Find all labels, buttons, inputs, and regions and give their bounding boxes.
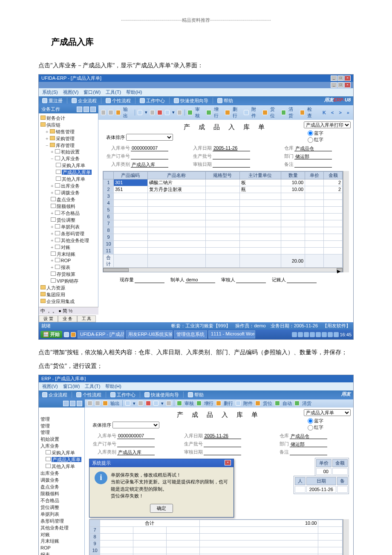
column-header[interactable]: 主计量单位 — [239, 171, 281, 179]
tree-node[interactable]: + 初始设置 — [40, 149, 97, 156]
table-row[interactable]: 2351复方丹参注射液瓶10.002 — [104, 186, 343, 193]
tray-icon[interactable] — [328, 332, 333, 337]
delrow-icon[interactable] — [216, 401, 221, 406]
tray-icon[interactable] — [310, 332, 315, 337]
tree-node[interactable]: 存货核算 — [40, 271, 97, 278]
quick-launch-icon-2[interactable] — [71, 332, 76, 337]
auto-icon[interactable] — [275, 401, 280, 406]
menu-item[interactable]: 帮助(H) — [105, 383, 121, 390]
tree-node[interactable]: 管理 — [40, 429, 84, 436]
template-select[interactable]: 产成品入库单打印模版 — [304, 121, 351, 128]
nav-tree[interactable]: 财务会计供应链+ 销售管理+ 采购管理− 库存管理+ 初始设置− 入库业务采购入… — [39, 113, 98, 307]
output-button[interactable]: 输出 — [110, 400, 120, 407]
vscrollbar[interactable] — [343, 171, 349, 272]
sort-select[interactable] — [126, 134, 173, 141]
tree-footer-tab[interactable]: 业 务 — [58, 315, 77, 322]
tree-node[interactable]: + 单据列表 — [40, 224, 97, 231]
tray-icon[interactable] — [304, 332, 309, 337]
tree-node[interactable]: 企业应用集成 — [40, 298, 97, 305]
tree-open-icon[interactable] — [70, 401, 75, 406]
table-row[interactable]: 3 — [104, 193, 343, 199]
mdi-minimize-button[interactable]: _ — [331, 82, 337, 88]
preview-icon[interactable] — [95, 401, 100, 406]
ribbon-item[interactable]: 帮助 — [217, 98, 233, 104]
check-icon[interactable] — [300, 110, 305, 115]
dept-value[interactable]: 储运部 — [290, 441, 327, 447]
slot-icon[interactable] — [255, 401, 260, 406]
dialog-ok-button[interactable]: 确定 — [150, 504, 173, 513]
more-button[interactable]: » — [346, 110, 351, 115]
clear-button[interactable]: 清货 — [302, 400, 311, 407]
system-tray[interactable]: 16:45 — [292, 332, 352, 337]
sort-select-2[interactable] — [112, 422, 159, 428]
menu-item[interactable]: 窗口(W) — [84, 89, 101, 95]
table-row[interactable]: 5 — [104, 206, 343, 213]
addrow-button[interactable]: 增行 — [204, 400, 213, 407]
table-row[interactable]: 1301磷酸二钠片板10.002 — [104, 179, 343, 186]
output-button[interactable]: 输出 — [123, 106, 132, 119]
ribbon-item[interactable]: 工作中心 — [110, 392, 135, 398]
menu-item[interactable]: 工具(T) — [106, 89, 121, 95]
tree-node[interactable]: 集团应用 — [40, 292, 97, 298]
menu-item[interactable]: 系统(S) — [42, 89, 58, 95]
close-button[interactable]: × — [344, 75, 351, 81]
quick-launch-icon[interactable] — [64, 332, 69, 337]
tree-node[interactable]: 管理 — [40, 423, 84, 430]
auditdate-value[interactable] — [204, 449, 241, 455]
addrow-button[interactable]: 增行 — [214, 106, 223, 119]
tree-node[interactable]: 其他入库单 — [40, 463, 84, 470]
tree-node[interactable]: 货位调整 — [40, 504, 84, 511]
addrow-icon[interactable] — [196, 401, 202, 406]
tray-icon[interactable] — [316, 332, 321, 337]
tree-node[interactable]: ROP — [40, 545, 84, 552]
tree-node[interactable]: 月末结账 — [40, 538, 84, 545]
add-icon[interactable] — [125, 401, 130, 406]
taskbar-item[interactable]: 1111 - Microsoft Word — [208, 330, 255, 338]
tree-node[interactable]: + 其他业务处理 — [40, 237, 97, 244]
delete-icon[interactable] — [157, 110, 162, 115]
tree-node[interactable]: + 采购管理 — [40, 136, 97, 142]
tree-node[interactable]: 产成品入库单 — [40, 169, 97, 176]
print-icon[interactable] — [87, 401, 92, 406]
delrow-icon[interactable] — [225, 110, 230, 115]
cancel-icon[interactable] — [166, 401, 171, 406]
tree-node[interactable]: 盘点业务 — [40, 197, 97, 203]
export-icon[interactable] — [116, 110, 121, 115]
ribbon-item[interactable]: 企业流程 — [42, 392, 67, 398]
tree-node[interactable]: 月末结账 — [40, 251, 97, 258]
radio-red[interactable]: 红字 — [308, 136, 323, 143]
tree-node[interactable]: 其他业务处理 — [40, 525, 84, 532]
menu-item[interactable]: 窗口(W) — [63, 383, 80, 390]
taskbar-item[interactable]: 用友ERP-U8系统实验… — [126, 330, 173, 338]
preview-icon[interactable] — [108, 110, 113, 115]
audit-icon[interactable] — [177, 401, 182, 406]
delrow-button[interactable]: 删行 — [233, 106, 242, 119]
tree-node[interactable]: + 条形码管理 — [40, 231, 97, 237]
tree-node[interactable]: + 出库业务 — [40, 183, 97, 190]
attach-button[interactable]: 附件 — [243, 400, 253, 407]
tree-open-icon[interactable] — [84, 107, 89, 112]
menu-item[interactable]: 视图(V) — [42, 383, 58, 390]
edit-icon[interactable] — [138, 401, 143, 406]
tray-icon[interactable] — [322, 332, 327, 337]
date-value[interactable]: 2005-11-26 — [204, 433, 241, 439]
ribbon-item[interactable]: 企业流程 — [72, 98, 97, 104]
column-header[interactable]: 单价 — [305, 171, 324, 179]
order-value[interactable] — [131, 153, 168, 159]
save-icon[interactable] — [153, 401, 159, 406]
cancel-icon[interactable] — [177, 110, 182, 115]
tree-node[interactable]: 管理 — [40, 416, 84, 423]
tray-icon[interactable] — [334, 332, 339, 337]
mdi-restore-button[interactable]: □ — [337, 82, 344, 88]
tree-node[interactable]: 采购入库单 — [40, 162, 97, 169]
taskbar-item[interactable]: 管理信息系统 — [174, 330, 207, 338]
tree-node[interactable]: 对账 — [40, 532, 84, 538]
dept-value[interactable]: 储运部 — [294, 153, 332, 159]
tree-node[interactable]: − 入库业务 — [40, 156, 97, 162]
order-value[interactable] — [117, 441, 155, 447]
slot-button[interactable]: 货位 — [270, 106, 279, 119]
audit-button[interactable]: 审核 — [195, 106, 204, 119]
slot-button[interactable]: 货位 — [263, 400, 272, 407]
template-select-2[interactable]: 产成品入库单 — [304, 409, 351, 416]
column-header[interactable]: 数量 — [281, 171, 305, 179]
